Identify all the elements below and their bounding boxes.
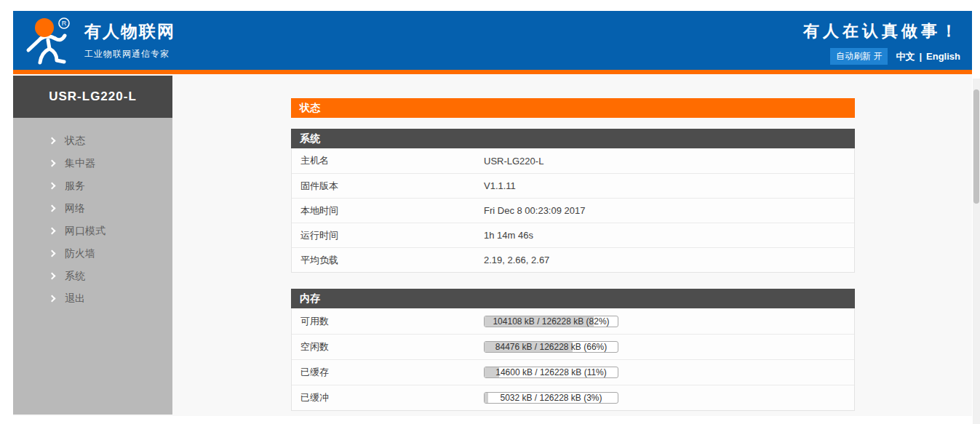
- brand-text: 有人物联网 工业物联网通信专家: [84, 20, 175, 60]
- sidebar-item-firewall[interactable]: 防火墙: [13, 242, 172, 265]
- header-bar: R 有人物联网 工业物联网通信专家 有人在认真做事！ 自动刷新 开 中文 | E…: [13, 11, 972, 74]
- row-label: 主机名: [300, 154, 484, 167]
- lang-english-link[interactable]: English: [926, 51, 960, 62]
- table-row-mem-available: 可用数 104108 kB / 126228 kB (82%): [292, 308, 854, 334]
- header-links: 自动刷新 开 中文 | English: [803, 48, 960, 65]
- table-row-mem-buffered: 已缓冲 5032 kB / 126228 kB (3%): [292, 385, 854, 410]
- sidebar-item-label: 网络: [65, 202, 85, 215]
- row-value: V1.1.11: [484, 180, 516, 191]
- row-label: 本地时间: [300, 204, 484, 217]
- content-inner: 状态 系统 主机名 USR-LG220-L 固件版本 V1.1.11: [291, 98, 855, 411]
- row-label: 可用数: [300, 315, 484, 328]
- memory-panel-header: 内存: [291, 289, 855, 308]
- table-row-firmware: 固件版本 V1.1.11: [292, 173, 854, 198]
- system-panel: 系统 主机名 USR-LG220-L 固件版本 V1.1.11 本地时间 Fri: [291, 129, 855, 273]
- sidebar-nav: 状态 集中器 服务 网络 网口模式: [13, 118, 172, 310]
- chevron-right-icon: [49, 183, 56, 190]
- sidebar-item-logout[interactable]: 退出: [13, 287, 172, 310]
- chevron-right-icon: [49, 273, 56, 280]
- sidebar: USR-LG220-L 状态 集中器 服务 网络: [13, 76, 172, 415]
- sidebar-item-label: 退出: [65, 292, 85, 305]
- usr-logo-icon: R: [22, 16, 77, 67]
- chevron-right-icon: [49, 160, 56, 167]
- memory-progress-bar: 14600 kB / 126228 kB (11%): [484, 367, 618, 378]
- chevron-right-icon: [49, 250, 56, 257]
- content-area: 状态 系统 主机名 USR-LG220-L 固件版本 V1.1.11: [172, 74, 972, 416]
- sidebar-item-port-mode[interactable]: 网口模式: [13, 220, 172, 242]
- table-row-local-time: 本地时间 Fri Dec 8 00:23:09 2017: [292, 198, 854, 223]
- main-area: USR-LG220-L 状态 集中器 服务 网络: [13, 74, 972, 416]
- svg-text:R: R: [62, 20, 67, 27]
- row-label: 空闲数: [300, 340, 484, 353]
- device-name: USR-LG220-L: [13, 76, 172, 118]
- sidebar-item-label: 服务: [65, 180, 85, 193]
- row-value: 1h 14m 46s: [484, 230, 533, 241]
- memory-progress-bar: 5032 kB / 126228 kB (3%): [484, 392, 618, 404]
- memory-table: 可用数 104108 kB / 126228 kB (82%) 空闲数 8447…: [291, 308, 855, 411]
- row-label: 已缓冲: [300, 391, 484, 404]
- memory-panel: 内存 可用数 104108 kB / 126228 kB (82%) 空闲数: [291, 289, 855, 411]
- sidebar-item-label: 集中器: [65, 157, 95, 170]
- brand-subtitle: 工业物联网通信专家: [84, 48, 175, 60]
- auto-refresh-toggle[interactable]: 自动刷新 开: [830, 48, 888, 65]
- scrollbar-thumb[interactable]: [973, 89, 979, 204]
- lang-chinese-link[interactable]: 中文: [896, 50, 915, 63]
- table-row-mem-free: 空闲数 84476 kB / 126228 kB (66%): [292, 334, 854, 359]
- sidebar-item-label: 防火墙: [65, 247, 95, 260]
- memory-progress-bar: 104108 kB / 126228 kB (82%): [484, 316, 618, 327]
- header-right: 有人在认真做事！ 自动刷新 开 中文 | English: [803, 11, 972, 70]
- sidebar-item-system[interactable]: 系统: [13, 265, 172, 287]
- progress-text: 84476 kB / 126228 kB (66%): [485, 342, 618, 352]
- sidebar-item-label: 状态: [65, 135, 85, 148]
- page-title: 状态: [291, 98, 855, 118]
- row-value: USR-LG220-L: [484, 156, 543, 167]
- app-window: R 有人物联网 工业物联网通信专家 有人在认真做事！ 自动刷新 开 中文 | E…: [13, 11, 972, 416]
- row-label: 固件版本: [300, 180, 484, 193]
- table-row-uptime: 运行时间 1h 14m 46s: [292, 223, 854, 247]
- system-table: 主机名 USR-LG220-L 固件版本 V1.1.11 本地时间 Fri De…: [291, 148, 855, 273]
- row-label: 平均负载: [300, 254, 484, 267]
- vertical-scrollbar[interactable]: [973, 79, 980, 424]
- table-row-hostname: 主机名 USR-LG220-L: [292, 148, 854, 173]
- chevron-right-icon: [49, 295, 56, 303]
- sidebar-item-services[interactable]: 服务: [13, 175, 172, 197]
- brand-logo-group: R 有人物联网 工业物联网通信专家: [13, 11, 175, 70]
- progress-text: 14600 kB / 126228 kB (11%): [485, 367, 618, 377]
- row-label: 已缓存: [300, 366, 484, 379]
- memory-progress-bar: 84476 kB / 126228 kB (66%): [484, 341, 618, 353]
- sidebar-item-label: 系统: [65, 270, 85, 283]
- chevron-right-icon: [49, 205, 56, 212]
- row-value: 2.19, 2.66, 2.67: [484, 255, 549, 265]
- table-row-load-average: 平均负载 2.19, 2.66, 2.67: [292, 247, 854, 272]
- table-row-mem-cached: 已缓存 14600 kB / 126228 kB (11%): [292, 359, 854, 385]
- lang-separator: |: [919, 51, 922, 62]
- language-switcher: 中文 | English: [896, 50, 960, 63]
- brand-title: 有人物联网: [84, 20, 175, 43]
- progress-text: 104108 kB / 126228 kB (82%): [485, 316, 618, 327]
- chevron-right-icon: [49, 228, 56, 235]
- logo-head-circle: [35, 18, 54, 37]
- sidebar-item-network[interactable]: 网络: [13, 197, 172, 220]
- sidebar-item-status[interactable]: 状态: [13, 129, 172, 152]
- sidebar-item-concentrator[interactable]: 集中器: [13, 152, 172, 175]
- sidebar-item-label: 网口模式: [65, 225, 105, 238]
- header-slogan: 有人在认真做事！: [803, 20, 960, 42]
- row-value: Fri Dec 8 00:23:09 2017: [484, 205, 585, 216]
- row-label: 运行时间: [300, 229, 484, 242]
- chevron-right-icon: [49, 137, 56, 145]
- system-panel-header: 系统: [291, 129, 855, 148]
- progress-text: 5032 kB / 126228 kB (3%): [485, 393, 618, 403]
